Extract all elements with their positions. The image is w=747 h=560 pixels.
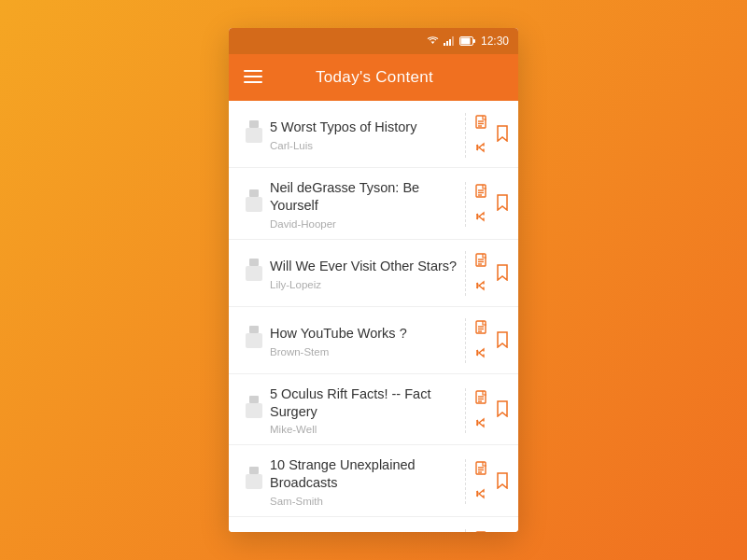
wifi-icon [427, 36, 439, 46]
bookmark-button[interactable] [496, 125, 509, 145]
list-item[interactable]: 10 Strange Unexplained Broadcasts Sam-Sm… [229, 445, 518, 517]
bookmark-button[interactable] [496, 264, 509, 284]
content-list: 5 Worst Typos of History Carl-Luis [229, 101, 518, 532]
share-button[interactable] [473, 414, 490, 433]
svg-rect-3 [449, 39, 451, 46]
item-content: 5 Oculus Rift Facts! -- Fact Surgery Mik… [270, 385, 458, 436]
item-doc-share-actions [465, 529, 490, 532]
share-button[interactable] [473, 139, 490, 158]
item-title: 10 Strange Unexplained Broadcasts [270, 456, 458, 492]
svg-rect-4 [452, 36, 454, 46]
item-doc-share-actions [465, 251, 490, 296]
svg-rect-10 [244, 81, 262, 83]
doc-button[interactable] [473, 529, 490, 532]
item-author: Mike-Well [270, 424, 458, 435]
item-title: How YouTube Works ? [270, 325, 458, 343]
tape-icon [246, 259, 262, 288]
item-author: Sam-Smith [270, 496, 458, 507]
svg-rect-1 [444, 43, 445, 46]
item-content: How YouTube Works ? Brown-Stem [270, 325, 458, 357]
item-author: Carl-Luis [270, 140, 458, 151]
item-title: 5 Oculus Rift Facts! -- Fact Surgery [270, 385, 458, 421]
tape-icon [246, 396, 262, 426]
item-doc-share-actions [465, 113, 490, 158]
svg-marker-0 [430, 42, 434, 45]
svg-rect-7 [460, 38, 470, 45]
item-actions-group [458, 388, 509, 433]
item-doc-share-actions [465, 388, 490, 433]
list-item[interactable]: 5 Worst Typos of History Carl-Luis [229, 101, 518, 168]
bookmark-button[interactable] [496, 194, 509, 214]
svg-rect-6 [472, 39, 475, 43]
phone-frame: 12:30 Today's Content 5 Worst Typos of H… [229, 28, 518, 532]
doc-button[interactable] [473, 318, 490, 339]
item-content: Will We Ever Visit Other Stars? Lily-Lop… [270, 258, 458, 290]
item-actions-group [458, 459, 509, 504]
item-title: Will We Ever Visit Other Stars? [270, 258, 458, 275]
doc-button[interactable] [473, 388, 490, 409]
status-icons: 12:30 [427, 35, 509, 48]
doc-button[interactable] [473, 459, 490, 480]
item-author: Lily-Lopeiz [270, 279, 458, 290]
list-item[interactable]: 5 Oculus Rift Facts! -- Fact Surgery Mik… [229, 374, 518, 446]
app-bar: Today's Content [229, 54, 518, 101]
doc-button[interactable] [473, 113, 490, 133]
svg-rect-9 [244, 76, 262, 77]
app-bar-title: Today's Content [277, 68, 472, 87]
doc-button[interactable] [473, 251, 490, 272]
item-author: Brown-Stem [270, 346, 458, 357]
item-title: 5 Worst Typos of History [270, 119, 458, 136]
bookmark-button[interactable] [496, 472, 509, 492]
tape-decoration [244, 189, 264, 219]
item-actions-group [458, 251, 509, 296]
svg-rect-8 [244, 70, 262, 72]
item-content: Neil deGrasse Tyson: Be Yourself David-H… [270, 179, 458, 230]
share-button[interactable] [473, 277, 490, 296]
bookmark-button[interactable] [496, 400, 509, 420]
item-actions-group [458, 318, 509, 363]
list-item[interactable]: How YouTube Works ? Brown-Stem [229, 307, 518, 374]
tape-decoration [244, 467, 264, 497]
tape-decoration [244, 396, 264, 426]
hamburger-menu[interactable] [244, 69, 262, 86]
item-title: Neil deGrasse Tyson: Be Yourself [270, 179, 458, 215]
doc-button[interactable] [473, 182, 490, 203]
item-actions-group [458, 113, 509, 158]
status-time: 12:30 [481, 35, 509, 48]
svg-rect-2 [446, 41, 448, 46]
tape-icon [246, 189, 262, 219]
item-content: 5 Worst Typos of History Carl-Luis [270, 119, 458, 151]
tape-icon [246, 120, 262, 150]
item-doc-share-actions [465, 459, 490, 504]
item-doc-share-actions [465, 182, 490, 227]
share-button[interactable] [473, 485, 490, 504]
item-actions-group [458, 182, 509, 227]
tape-icon [246, 326, 262, 356]
item-author: David-Hooper [270, 218, 458, 230]
list-item[interactable]: On the Ownership of Ideas William-Burg [229, 517, 518, 532]
share-button[interactable] [473, 344, 490, 363]
item-actions-group [458, 529, 509, 532]
list-item[interactable]: Will We Ever Visit Other Stars? Lily-Lop… [229, 240, 518, 307]
item-content: 10 Strange Unexplained Broadcasts Sam-Sm… [270, 456, 458, 507]
signal-icon [444, 36, 455, 46]
share-button[interactable] [473, 208, 490, 227]
bookmark-button[interactable] [496, 331, 509, 351]
tape-icon [246, 467, 262, 497]
tape-decoration [244, 259, 264, 288]
item-doc-share-actions [465, 318, 490, 363]
tape-decoration [244, 120, 264, 150]
list-item[interactable]: Neil deGrasse Tyson: Be Yourself David-H… [229, 168, 518, 240]
tape-decoration [244, 326, 264, 356]
status-bar: 12:30 [229, 28, 518, 54]
battery-icon [459, 36, 476, 46]
